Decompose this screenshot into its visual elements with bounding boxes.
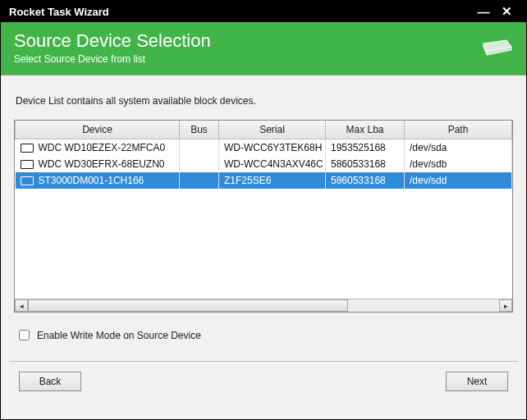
cell-device-text: WDC WD10EZEX-22MFCA0: [39, 142, 166, 153]
cell-device-text: WDC WD30EFRX-68EUZN0: [39, 158, 165, 170]
cell-path-text: /dev/sda: [410, 142, 447, 153]
column-header-path[interactable]: Path: [405, 121, 512, 139]
cell-maxlba: 5860533168: [326, 156, 405, 172]
cell-serial-text: WD-WCC4N3AXV46C: [224, 158, 323, 170]
description-text: Device List contains all system availabl…: [16, 95, 513, 107]
wizard-footer: Back Next: [1, 362, 526, 403]
drive-icon: [21, 144, 34, 153]
device-table-container: Device Bus Serial Max Lba Path WDC WD10E…: [14, 120, 513, 313]
cell-maxlba-text: 5860533168: [331, 158, 386, 170]
page-title: Source Device Selection: [14, 30, 211, 52]
minimize-button[interactable]: —: [472, 5, 495, 19]
next-button[interactable]: Next: [446, 372, 508, 391]
write-mode-checkbox-row[interactable]: Enable Write Mode on Source Device: [16, 327, 511, 343]
write-mode-checkbox[interactable]: [19, 330, 30, 340]
close-button[interactable]: ✕: [495, 4, 518, 19]
cell-path: /dev/sdd: [405, 172, 512, 189]
horizontal-scrollbar[interactable]: ◂ ▸: [15, 299, 512, 312]
cell-path: /dev/sda: [405, 139, 512, 157]
back-button[interactable]: Back: [19, 372, 81, 391]
scroll-track[interactable]: [28, 299, 499, 312]
write-mode-label: Enable Write Mode on Source Device: [37, 330, 201, 341]
scroll-thumb[interactable]: [28, 299, 348, 312]
cell-device: WDC WD30EFRX-68EUZN0: [16, 156, 180, 172]
scroll-left-arrow[interactable]: ◂: [15, 299, 28, 312]
cell-maxlba: 1953525168: [326, 139, 405, 157]
hard-drive-icon: [480, 37, 513, 58]
column-header-device[interactable]: Device: [16, 121, 180, 139]
cell-device: WDC WD10EZEX-22MFCA0: [16, 139, 180, 157]
drive-icon: [21, 176, 34, 185]
cell-maxlba-text: 1953525168: [331, 142, 386, 153]
cell-maxlba: 5860533168: [326, 172, 405, 189]
column-header-bus[interactable]: Bus: [180, 121, 219, 139]
cell-bus: [180, 172, 219, 189]
cell-serial: WD-WCC6Y3TEK68H: [219, 139, 326, 157]
titlebar: Rocket Task Wizard — ✕: [1, 1, 526, 22]
cell-bus: [180, 139, 219, 157]
cell-device: ST3000DM001-1CH166: [16, 172, 180, 189]
column-header-maxlba[interactable]: Max Lba: [326, 121, 405, 139]
window-title: Rocket Task Wizard: [9, 6, 109, 18]
cell-device-text: ST3000DM001-1CH166: [39, 175, 144, 186]
cell-serial: WD-WCC4N3AXV46C: [219, 156, 326, 172]
drive-icon: [21, 160, 34, 169]
device-table[interactable]: Device Bus Serial Max Lba Path WDC WD10E…: [15, 121, 512, 189]
scroll-right-arrow[interactable]: ▸: [499, 299, 512, 312]
table-row[interactable]: WDC WD30EFRX-68EUZN0WD-WCC4N3AXV46C58605…: [16, 156, 512, 172]
cell-serial-text: Z1F25SE6: [224, 175, 271, 186]
cell-serial-text: WD-WCC6Y3TEK68H: [224, 142, 322, 153]
cell-serial: Z1F25SE6: [219, 172, 326, 189]
column-header-serial[interactable]: Serial: [219, 121, 326, 139]
cell-bus: [180, 156, 219, 172]
cell-path-text: /dev/sdd: [410, 175, 447, 186]
wizard-header: Source Device Selection Select Source De…: [1, 22, 526, 75]
cell-maxlba-text: 5860533168: [331, 175, 386, 186]
cell-path: /dev/sdb: [405, 156, 512, 172]
table-row[interactable]: ST3000DM001-1CH166Z1F25SE65860533168/dev…: [16, 172, 512, 189]
table-row[interactable]: WDC WD10EZEX-22MFCA0WD-WCC6Y3TEK68H19535…: [16, 139, 512, 157]
cell-path-text: /dev/sdb: [410, 158, 447, 170]
page-subtitle: Select Source Device from list: [14, 53, 211, 65]
